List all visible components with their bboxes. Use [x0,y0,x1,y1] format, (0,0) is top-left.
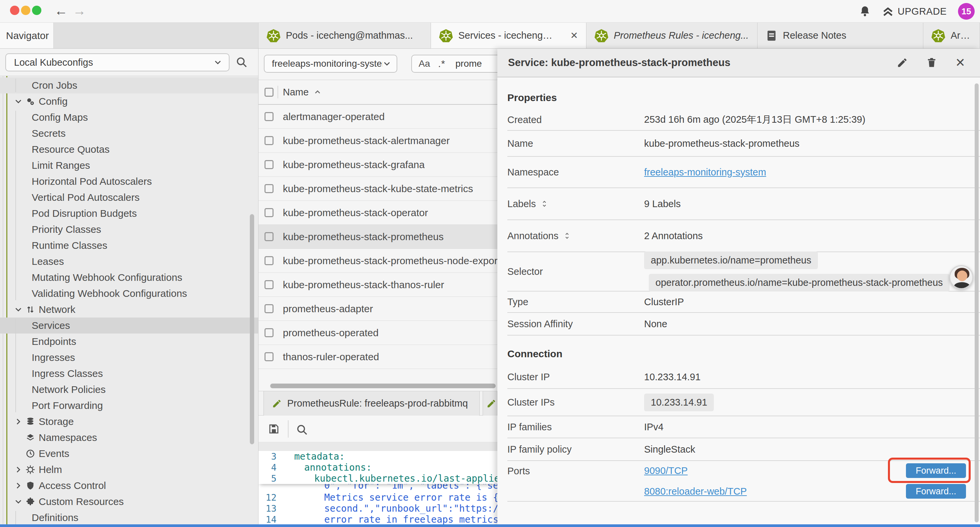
row-checkbox[interactable] [264,136,274,145]
table-row[interactable]: kube-prometheus-stack-prometheus-node-ex… [259,249,497,273]
selector-chip[interactable]: operator.prometheus.io/name=kube-prometh… [649,274,950,291]
labels-count[interactable]: 9 Labels [644,199,681,209]
table-row[interactable]: thanos-ruler-operated [259,345,497,369]
sidebar-group-custom-resources[interactable]: Custom Resources [0,494,258,509]
tab-pods-icecheng-mathmas[interactable]: Pods - icecheng@mathmas... [259,23,431,48]
table-row[interactable]: prometheus-adapter [259,297,497,321]
table-row[interactable]: alertmanager-operated [259,105,497,129]
row-checkbox[interactable] [264,184,274,193]
table-row[interactable]: kube-prometheus-stack-kube-state-metrics [259,177,497,201]
editor-search-icon[interactable] [296,424,308,436]
sidebar-item-ingresses[interactable]: Ingresses [0,350,258,366]
code-line[interactable]: 0", "for": "1m", "labels": {"service": " [259,484,497,492]
sidebar-item-vertical-pod-autoscalers[interactable]: Vertical Pod Autoscalers [0,189,258,205]
sidebar-group-access-control[interactable]: Access Control [0,478,258,494]
sidebar-item-leases[interactable]: Leases [0,253,258,269]
forward-button[interactable]: Forward... [906,484,966,498]
save-icon[interactable] [268,423,280,435]
sidebar-item-resource-quotas[interactable]: Resource Quotas [0,142,258,158]
code-line[interactable]: 3metadata: [259,451,497,462]
row-checkbox[interactable] [264,328,274,337]
edit-pencil-icon[interactable] [897,57,908,68]
match-case-icon[interactable]: Aa [418,58,430,69]
sidebar-item-horizontal-pod-autoscalers[interactable]: Horizontal Pod Autoscalers [0,174,258,189]
editor-tab-partial[interactable] [483,391,497,416]
table-row[interactable]: kube-prometheus-stack-thanos-ruler [259,273,497,297]
sidebar-group-config[interactable]: Config [0,93,258,110]
row-checkbox[interactable] [264,232,274,241]
sidebar-item-mutating-webhook-configurations[interactable]: Mutating Webhook Configurations [0,269,258,285]
namespace-selector[interactable]: freeleaps-monitoring-system [264,55,397,73]
sidebar-scrollbar[interactable] [250,214,254,444]
sidebar-group-helm[interactable]: Helm [0,462,258,478]
row-checkbox[interactable] [264,112,274,121]
minimize-window-button[interactable] [21,6,30,15]
sidebar-group-namespaces[interactable]: Namespaces [0,430,258,446]
sidebar-item-definitions[interactable]: Definitions [0,509,258,525]
sidebar-item-port-forwarding[interactable]: Port Forwarding [0,398,258,414]
cluster-ips-chip[interactable]: 10.233.14.91 [644,393,714,411]
tab-services-icecheng-math[interactable]: Services - icecheng@math...✕ [431,23,586,48]
sidebar-item-secrets[interactable]: Secrets [0,126,258,142]
sidebar-item-config-maps[interactable]: Config Maps [0,110,258,126]
yaml-editor[interactable]: 3metadata:4annotations:5kubectl.kubernet… [259,451,497,527]
annotations-count[interactable]: 2 Annotations [644,231,703,242]
table-horizontal-scrollbar[interactable] [270,384,496,388]
upgrade-button[interactable]: UPGRADE [882,6,947,17]
row-checkbox[interactable] [264,280,274,289]
row-checkbox[interactable] [264,208,274,217]
sidebar-item-validating-webhook-configurations[interactable]: Validating Webhook Configurations [0,285,258,301]
close-tab-icon[interactable]: ✕ [570,30,578,41]
sidebar-group-network[interactable]: Network [0,301,258,318]
sidebar-item-cron-jobs[interactable]: Cron Jobs [0,77,258,93]
sidebar-group-events[interactable]: Events [0,446,258,462]
delete-trash-icon[interactable] [926,57,937,68]
sidebar-search-icon[interactable] [235,56,248,69]
selector-chip[interactable]: app.kubernetes.io/name=prometheus [644,252,818,269]
maximize-window-button[interactable] [32,6,41,15]
sort-arrows-icon[interactable] [563,232,571,240]
code-line[interactable]: 5kubectl.kubernetes.io/last-applied-co [259,473,497,484]
code-line[interactable]: 12Metrics service error rate is {{ $va [259,492,497,503]
sidebar-item-limit-ranges[interactable]: Limit Ranges [0,158,258,174]
tab-prometheus-rules-icecheng[interactable]: Prometheus Rules - icecheng... [586,23,757,48]
editor-tab-prometheusrule[interactable]: PrometheusRule: freeleaps-prod-rabbitmq [264,391,480,416]
notifications-bell-icon[interactable] [859,5,871,18]
notification-count-badge[interactable]: 15 [958,3,975,20]
select-all-checkbox[interactable] [264,88,274,97]
port-link[interactable]: 8080:reloader-web/TCP [644,486,747,497]
tab-release-notes[interactable]: Release Notes [757,23,923,48]
table-row[interactable]: kube-prometheus-stack-operator [259,201,497,225]
table-search-input[interactable]: Aa .* prome [411,55,497,73]
tab-argo-se[interactable]: Argo Se [923,23,980,48]
sort-arrows-icon[interactable] [540,200,548,208]
user-avatar[interactable] [949,265,973,289]
sidebar-item-ingress-classes[interactable]: Ingress Classes [0,366,258,382]
close-window-button[interactable] [10,6,19,15]
forward-button[interactable]: Forward... [906,463,966,478]
row-checkbox[interactable] [264,352,274,361]
close-icon[interactable]: ✕ [955,57,965,69]
sidebar-item-runtime-classes[interactable]: Runtime Classes [0,237,258,253]
navigator-panel-tab[interactable]: Navigator [0,23,54,48]
sidebar-item-endpoints[interactable]: Endpoints [0,334,258,350]
table-row[interactable]: prometheus-operated [259,321,497,345]
sidebar-group-storage[interactable]: Storage [0,414,258,430]
regex-icon[interactable]: .* [438,58,445,69]
table-row[interactable]: kube-prometheus-stack-alertmanager [259,129,497,153]
code-line[interactable]: 4annotations: [259,462,497,473]
row-checkbox[interactable] [264,304,274,313]
back-button[interactable]: ← [54,3,68,19]
table-row[interactable]: kube-prometheus-stack-prometheus [259,225,497,249]
row-checkbox[interactable] [264,160,274,169]
sidebar-item-priority-classes[interactable]: Priority Classes [0,221,258,237]
sidebar-item-pod-disruption-budgets[interactable]: Pod Disruption Budgets [0,205,258,221]
forward-button[interactable]: → [73,3,86,19]
namespace-link[interactable]: freeleaps-monitoring-system [644,167,766,178]
table-row[interactable]: kube-prometheus-stack-grafana [259,153,497,177]
port-link[interactable]: 9090/TCP [644,465,688,476]
sidebar-item-services[interactable]: Services [0,318,258,334]
row-checkbox[interactable] [264,256,274,265]
name-column-header[interactable]: Name [283,87,309,98]
code-line[interactable]: 14error rate in freeleaps metrics ser [259,514,497,525]
